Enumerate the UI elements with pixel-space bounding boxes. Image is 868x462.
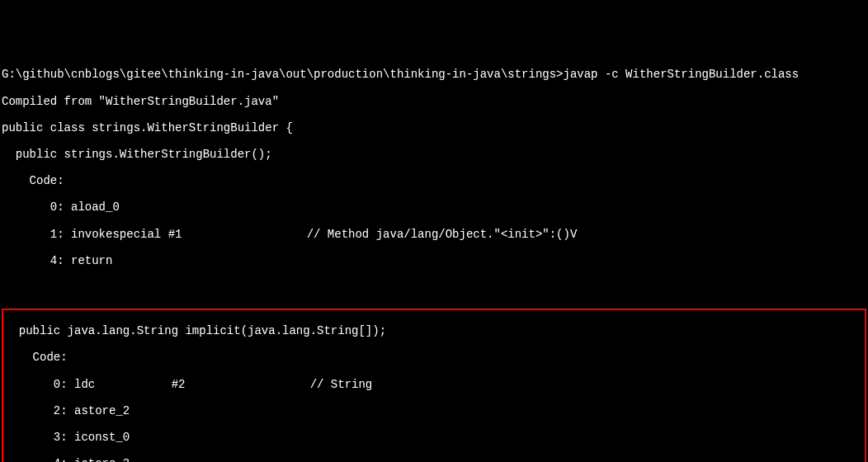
blank-line	[2, 280, 866, 294]
highlighted-method-box: public java.lang.String implicit(java.la…	[2, 309, 866, 462]
command-prompt-line: G:\github\cnblogs\gitee\thinking-in-java…	[2, 68, 866, 81]
bytecode-line: 3: iconst_0	[5, 431, 863, 444]
bytecode-line: 4: return	[2, 254, 866, 267]
bytecode-line: 0: aload_0	[2, 200, 866, 214]
code-label: Code:	[5, 351, 863, 364]
bytecode-line: 4: istore_3	[5, 457, 863, 462]
bytecode-line: 0: ldc #2 // String	[5, 378, 863, 391]
class-declaration-line: public class strings.WitherStringBuilder…	[2, 121, 866, 134]
bytecode-line: 2: astore_2	[5, 404, 863, 417]
method-signature-line: public java.lang.String implicit(java.la…	[5, 324, 863, 337]
constructor-signature-line: public strings.WitherStringBuilder();	[2, 148, 866, 161]
terminal-output: G:\github\cnblogs\gitee\thinking-in-java…	[2, 54, 866, 462]
compiled-from-line: Compiled from "WitherStringBuilder.java"	[2, 95, 866, 108]
code-label: Code:	[2, 174, 866, 187]
bytecode-line: 1: invokespecial #1 // Method java/lang/…	[2, 228, 866, 241]
